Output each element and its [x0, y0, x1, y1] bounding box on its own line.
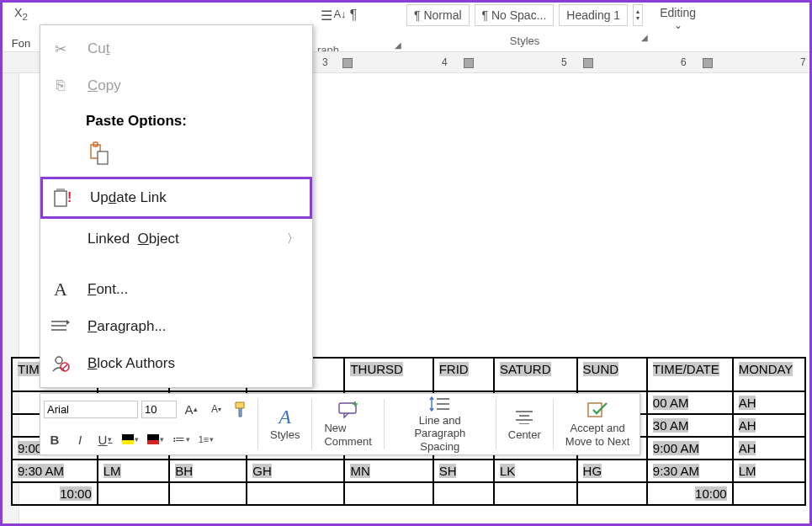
style-heading1[interactable]: Heading 1 — [559, 4, 628, 26]
decrease-font-icon[interactable]: A▾ — [205, 398, 227, 420]
clipboard-icon — [88, 141, 110, 165]
bullets-button[interactable]: ≔▾ — [170, 428, 192, 450]
update-link-icon: ! — [51, 186, 75, 210]
line-spacing-icon — [428, 396, 452, 412]
menu-copy[interactable]: ⎘ Copy — [40, 67, 312, 104]
svg-point-5 — [56, 357, 62, 364]
menu-block-authors[interactable]: Block Authors — [40, 345, 312, 382]
tabstop-icon — [583, 58, 593, 68]
tabstop-icon — [342, 58, 353, 68]
font-size-select[interactable] — [141, 401, 177, 418]
center-align-icon — [512, 406, 536, 427]
styles-a-icon: A — [273, 406, 297, 427]
new-comment-button[interactable]: NewComment — [317, 396, 378, 453]
chevron-right-icon: 〉 — [287, 231, 299, 247]
scissors-icon: ✂ — [49, 37, 72, 61]
highlight-button[interactable]: ▾ — [119, 428, 141, 450]
table-row: 10:00 10:00 — [12, 482, 805, 505]
styles-dialog-launcher-icon[interactable]: ◢ — [641, 33, 648, 42]
font-a-icon: A — [49, 278, 72, 301]
accept-check-icon — [586, 400, 609, 420]
document-area: ✂ Cut ⎘ Copy Paste Options: ! Update Lin… — [3, 73, 809, 526]
italic-button[interactable]: I — [69, 428, 91, 450]
increase-font-icon[interactable]: A▴ — [180, 398, 202, 420]
editing-group[interactable]: Editing ⌄ — [650, 3, 706, 51]
paste-options-title: Paste Options: — [40, 104, 312, 135]
line-spacing-button[interactable]: Line and ParagraphSpacing — [390, 396, 491, 453]
style-normal[interactable]: ¶ Normal — [406, 4, 470, 26]
sort-icon[interactable]: A↓ — [331, 4, 349, 23]
svg-text:!: ! — [67, 190, 72, 205]
format-painter-icon[interactable] — [231, 398, 252, 420]
block-authors-icon — [49, 352, 72, 375]
accept-move-next-button[interactable]: Accept andMove to Next — [559, 396, 637, 453]
copy-icon: ⎘ — [49, 74, 72, 98]
tabstop-icon — [703, 58, 713, 68]
tabstop-icon — [464, 58, 474, 68]
underline-button[interactable]: U▾ — [94, 428, 116, 450]
bold-button[interactable]: B — [44, 428, 66, 450]
subscript-icon[interactable]: X2 — [14, 6, 28, 22]
styles-gallery[interactable]: ¶ Normal ¶ No Spac... Heading 1 ▴▾ — [400, 3, 650, 26]
font-name-select[interactable] — [44, 401, 138, 418]
menu-update-link[interactable]: ! Update Link — [43, 179, 310, 216]
paragraph-lines-icon — [49, 315, 72, 338]
svg-rect-3 — [55, 191, 66, 206]
menu-linked-object[interactable]: Linked Object 〉 — [40, 220, 312, 258]
style-nospacing[interactable]: ¶ No Spac... — [475, 4, 555, 26]
context-menu: ✂ Cut ⎘ Copy Paste Options: ! Update Lin… — [40, 24, 313, 388]
styles-group-label: Styles◢ — [400, 35, 650, 47]
paste-option-keep-source[interactable] — [86, 140, 113, 167]
styles-expand-icon[interactable]: ▴▾ — [633, 4, 643, 26]
menu-cut[interactable]: ✂ Cut — [40, 30, 312, 67]
center-button[interactable]: Center — [502, 396, 548, 453]
font-color-button[interactable]: ▾ — [145, 428, 167, 450]
font-group-label: Fon — [12, 37, 30, 50]
numbering-button[interactable]: 1≡▾ — [195, 428, 217, 450]
mini-toolbar: A▴ A▾ B I U▾ ▾ ▾ ≔▾ 1≡▾ A Styles — [40, 393, 640, 455]
menu-font[interactable]: A Font... — [40, 271, 312, 308]
menu-paragraph[interactable]: Paragraph... — [40, 308, 312, 345]
styles-button[interactable]: A Styles — [263, 396, 306, 453]
highlighted-menu-item: ! Update Link — [40, 177, 312, 219]
new-comment-icon — [337, 400, 360, 420]
table-row: 9:30 AM LM BH GH MN SH LK HG 9:30 AM LM — [12, 460, 805, 482]
svg-rect-2 — [98, 151, 108, 164]
